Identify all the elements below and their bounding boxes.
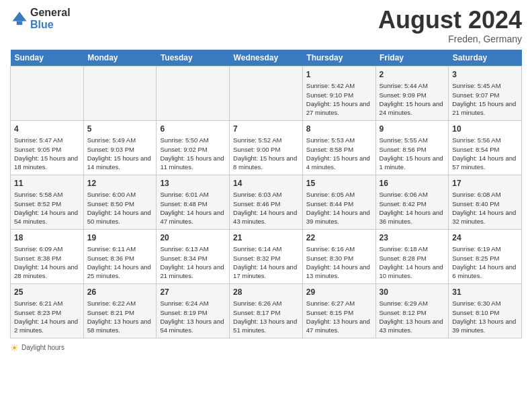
calendar-cell: 20Sunrise: 6:13 AMSunset: 8:34 PMDayligh… [157,229,230,283]
calendar-cell: 17Sunrise: 6:08 AMSunset: 8:40 PMDayligh… [449,175,522,229]
cell-text: Sunrise: 6:09 AM [14,244,80,253]
calendar-cell: 15Sunrise: 6:05 AMSunset: 8:44 PMDayligh… [302,175,375,229]
col-wednesday: Wednesday [230,50,303,66]
cell-text: Sunset: 9:10 PM [306,91,372,99]
cell-text: Daylight: 15 hours and 27 minutes. [306,99,372,118]
day-number: 22 [306,232,372,244]
calendar-cell: 12Sunrise: 6:00 AMSunset: 8:50 PMDayligh… [83,175,157,229]
cell-text: Sunset: 8:58 PM [306,145,372,154]
calendar-cell: 5Sunrise: 5:49 AMSunset: 9:03 PMDaylight… [83,120,157,175]
cell-text: Sunrise: 6:11 AM [87,244,153,253]
cell-text: Daylight: 15 hours and 21 minutes. [452,99,518,118]
col-tuesday: Tuesday [157,50,230,66]
cell-text: Sunset: 8:48 PM [160,199,226,208]
cell-text: Daylight: 15 hours and 11 minutes. [160,154,226,172]
cell-text: Sunset: 9:09 PM [380,91,445,99]
cell-text: Sunrise: 6:03 AM [233,190,299,199]
cell-text: Sunset: 9:07 PM [452,91,518,99]
cell-text: Daylight: 14 hours and 13 minutes. [306,263,372,281]
day-number: 12 [87,178,153,189]
day-number: 6 [160,124,226,135]
sun-icon: ☀ [10,342,19,353]
calendar-cell: 24Sunrise: 6:19 AMSunset: 8:25 PMDayligh… [449,229,522,283]
calendar-cell: 13Sunrise: 6:01 AMSunset: 8:48 PMDayligh… [157,175,230,229]
week-row-3: 11Sunrise: 5:58 AMSunset: 8:52 PMDayligh… [11,175,522,229]
col-monday: Monday [83,50,157,66]
cell-text: Daylight: 15 hours and 18 minutes. [14,154,80,172]
cell-text: Sunset: 8:46 PM [233,199,299,208]
calendar-cell: 7Sunrise: 5:52 AMSunset: 9:00 PMDaylight… [230,120,303,175]
cell-text: Daylight: 14 hours and 21 minutes. [160,263,226,281]
cell-text: Sunrise: 5:53 AM [306,136,372,144]
day-number: 2 [380,69,445,81]
cell-text: Sunset: 8:28 PM [380,254,445,263]
col-saturday: Saturday [449,50,522,66]
cell-text: Sunset: 8:15 PM [306,308,372,317]
cell-text: Daylight: 13 hours and 51 minutes. [233,317,299,335]
day-number: 7 [233,124,299,135]
cell-text: Daylight: 14 hours and 10 minutes. [380,263,445,281]
cell-text: Daylight: 15 hours and 4 minutes. [306,154,372,172]
calendar-cell: 10Sunrise: 5:56 AMSunset: 8:54 PMDayligh… [449,120,522,175]
cell-text: Sunrise: 6:30 AM [452,299,518,308]
cell-text: Sunset: 8:44 PM [306,199,372,208]
cell-text: Sunset: 9:00 PM [233,145,299,154]
cell-text: Daylight: 13 hours and 47 minutes. [306,317,372,335]
cell-text: Daylight: 14 hours and 25 minutes. [87,263,153,281]
calendar-cell: 2Sunrise: 5:44 AMSunset: 9:09 PMDaylight… [375,66,449,120]
day-number: 18 [14,232,80,244]
week-row-5: 25Sunrise: 6:21 AMSunset: 8:23 PMDayligh… [11,283,522,338]
cell-text: Sunset: 8:50 PM [87,199,153,208]
day-number: 24 [452,232,518,244]
day-number: 14 [233,178,299,189]
calendar-cell: 26Sunrise: 6:22 AMSunset: 8:21 PMDayligh… [83,283,157,338]
day-number: 15 [306,178,372,189]
day-number: 3 [452,69,518,81]
cell-text: Sunrise: 6:13 AM [160,244,226,253]
cell-text: Sunset: 8:30 PM [306,254,372,263]
calendar-body: 1Sunrise: 5:42 AMSunset: 9:10 PMDaylight… [11,66,522,338]
header-row: Sunday Monday Tuesday Wednesday Thursday… [11,50,522,66]
cell-text: Sunrise: 6:06 AM [380,190,445,199]
cell-text: Sunrise: 5:55 AM [380,136,445,144]
cell-text: Sunset: 8:32 PM [233,254,299,263]
day-number: 9 [380,124,445,135]
footer: ☀ Daylight hours [10,342,522,353]
logo-blue: Blue [30,19,71,31]
col-sunday: Sunday [11,50,84,66]
day-number: 13 [160,178,226,189]
calendar-cell: 27Sunrise: 6:24 AMSunset: 8:19 PMDayligh… [157,283,230,338]
cell-text: Daylight: 14 hours and 17 minutes. [233,263,299,281]
cell-text: Daylight: 14 hours and 54 minutes. [14,208,80,226]
cell-text: Daylight: 14 hours and 47 minutes. [160,208,226,226]
calendar-cell: 4Sunrise: 5:47 AMSunset: 9:05 PMDaylight… [11,120,84,175]
cell-text: Sunrise: 5:49 AM [87,136,153,144]
day-number: 16 [380,178,445,189]
day-number: 23 [380,232,445,244]
cell-text: Sunrise: 6:26 AM [233,299,299,308]
cell-text: Daylight: 15 hours and 24 minutes. [380,99,445,118]
cell-text: Sunset: 8:17 PM [233,308,299,317]
location: Freden, Germany [378,34,522,44]
calendar-cell: 3Sunrise: 5:45 AMSunset: 9:07 PMDaylight… [449,66,522,120]
cell-text: Sunset: 9:03 PM [87,145,153,154]
day-number: 17 [452,178,518,189]
cell-text: Daylight: 13 hours and 58 minutes. [87,317,153,335]
cell-text: Sunrise: 6:24 AM [160,299,226,308]
day-number: 29 [306,287,372,298]
cell-text: Daylight: 14 hours and 57 minutes. [452,154,518,172]
calendar-cell: 1Sunrise: 5:42 AMSunset: 9:10 PMDaylight… [302,66,375,120]
cell-text: Sunset: 8:52 PM [14,199,80,208]
calendar-cell [230,66,303,120]
calendar-header: Sunday Monday Tuesday Wednesday Thursday… [11,50,522,66]
calendar-cell [11,66,84,120]
cell-text: Sunrise: 6:01 AM [160,190,226,199]
cell-text: Sunset: 8:34 PM [160,254,226,263]
day-number: 10 [452,124,518,135]
week-row-4: 18Sunrise: 6:09 AMSunset: 8:38 PMDayligh… [11,229,522,283]
cell-text: Sunrise: 5:44 AM [380,81,445,90]
cell-text: Sunset: 8:42 PM [380,199,445,208]
day-number: 11 [14,178,80,189]
cell-text: Sunset: 8:40 PM [452,199,518,208]
cell-text: Sunset: 9:05 PM [14,145,80,154]
